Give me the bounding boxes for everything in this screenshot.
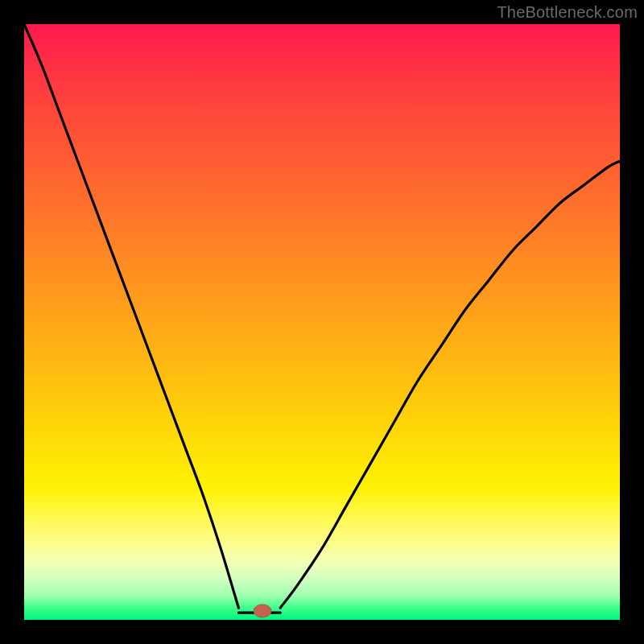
curve-svg (24, 24, 620, 620)
curve-right-branch (280, 161, 620, 608)
plot-area (24, 24, 620, 620)
curve-left-branch (24, 24, 238, 608)
watermark-text: TheBottleneck.com (497, 3, 638, 22)
minimum-marker (254, 605, 271, 617)
chart-frame: TheBottleneck.com (0, 0, 644, 644)
